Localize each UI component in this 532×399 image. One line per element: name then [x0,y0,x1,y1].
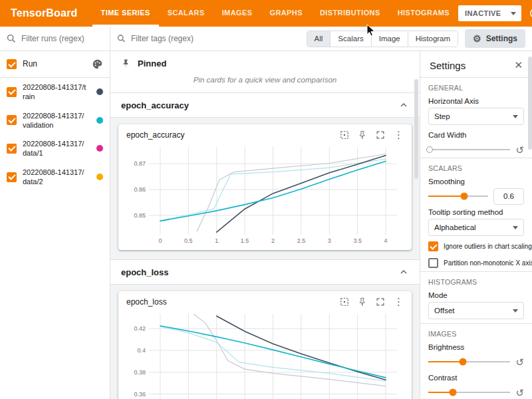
run-row-data-1[interactable]: 20220808-141317/data/1 [0,134,110,163]
tab-histograms[interactable]: HISTOGRAMS [389,0,458,27]
contrast-slider[interactable] [428,392,510,393]
tab-graphs[interactable]: GRAPHS [261,0,311,27]
filter-scalars-button[interactable]: Scalars [331,31,371,47]
pinned-section-header: Pinned [110,51,420,72]
run-master-label: Run [23,59,86,70]
card-header: epoch_accuracy [125,129,405,142]
run-checkbox[interactable] [7,115,17,125]
general-heading: GENERAL [428,78,524,93]
topbar-actions: INACTIVE ↻ ⚙ ? [458,5,532,21]
run-label: 20220808-141317/data/1 [23,139,86,158]
filter-histogram-button[interactable]: Histogram [408,31,458,47]
svg-text:0.36: 0.36 [134,391,146,398]
tab-time-series[interactable]: TIME SERIES [92,0,159,27]
tag-filter-toolbar: All Scalars Image Histogram ⚙ Settings [110,27,532,51]
run-row-train[interactable]: 20220808-141317/train [0,78,110,106]
chevron-up-icon[interactable] [398,100,409,110]
pin-card-button[interactable] [358,130,367,140]
filter-all-button[interactable]: All [307,31,331,47]
run-row-validation[interactable]: 20220808-141317/validation [0,106,110,135]
reset-icon[interactable]: ↺ [515,357,524,367]
tooltip-sorting-value: Alphabetical [434,223,476,231]
card-menu-button[interactable]: ⋮ [394,297,404,307]
partition-x-axis-checkbox[interactable] [428,258,438,268]
run-checkbox[interactable] [7,87,17,97]
card-width-slider[interactable] [428,149,510,150]
ignore-outliers-label: Ignore outliers in chart scaling [444,242,532,251]
section-epoch-loss[interactable]: epoch_loss [110,260,420,285]
run-color-dot [96,117,103,124]
palette-icon[interactable] [92,59,103,70]
pin-card-button[interactable] [358,297,367,307]
card-title: epoch_accuracy [126,130,184,140]
run-master-checkbox[interactable] [7,59,17,69]
epoch-accuracy-chart[interactable]: 00.511.522.533.540.850.860.87 [125,142,405,247]
scalars-heading: SCALARS [428,158,524,174]
pinned-empty-hint: Pin cards for a quick view and compariso… [110,72,420,93]
svg-text:0: 0 [158,237,162,244]
brightness-slider[interactable] [428,361,510,362]
tab-distributions[interactable]: DISTRIBUTIONS [311,0,389,27]
slider-thumb[interactable] [459,358,466,366]
close-icon[interactable]: ✕ [514,59,523,71]
svg-text:0.86: 0.86 [134,186,146,193]
slider-thumb[interactable] [461,193,468,200]
reset-icon[interactable]: ↺ [515,145,524,155]
expand-card-button[interactable] [376,297,385,307]
settings-panel-title: Settings [430,60,466,71]
run-label: 20220808-141317/validation [23,111,86,130]
tooltip-sorting-select[interactable]: Alphabetical [428,219,524,236]
run-checkbox[interactable] [7,144,17,154]
section-epoch-accuracy[interactable]: epoch_accuracy [110,93,420,118]
tab-scalars[interactable]: SCALARS [159,0,213,27]
settings-button[interactable]: ⚙ Settings [465,29,525,48]
gear-icon: ⚙ [473,33,481,44]
main-nav: TIME SERIES SCALARS IMAGES GRAPHS DISTRI… [92,0,458,27]
filter-runs-input[interactable] [21,34,103,43]
filter-tags-input[interactable] [131,34,300,43]
smoothing-value-input[interactable]: 0.6 [493,188,524,205]
smoothing-slider[interactable] [428,196,488,197]
horizontal-axis-value: Step [434,112,450,120]
scrollbar-thumb[interactable] [414,79,418,179]
horizontal-axis-select[interactable]: Step [428,108,524,125]
chevron-up-icon[interactable] [398,267,409,277]
chevron-down-icon [513,115,518,118]
fit-domain-icon[interactable] [340,297,349,307]
fit-domain-icon[interactable] [340,130,349,140]
card-menu-button[interactable]: ⋮ [394,130,404,140]
run-checkbox[interactable] [7,172,17,182]
theme-toggle-button[interactable] [527,6,532,21]
reload-status-dropdown[interactable]: INACTIVE [458,5,521,21]
card-header: epoch_loss [125,296,405,309]
app-body: Run 20220808-141317/train 20220808-14131… [0,27,532,399]
partition-x-axis-row[interactable]: Partition non-monotonic X axis ? [428,255,524,271]
svg-text:0.87: 0.87 [134,160,146,167]
slider-thumb[interactable] [450,389,457,396]
card-strip: epoch_accuracy [110,118,420,260]
cards-scroll-area: Pinned Pin cards for a quick view and co… [110,51,420,399]
scrollbar-thumb[interactable] [528,57,532,150]
section-title: epoch_accuracy [121,100,189,110]
histograms-heading: HISTOGRAMS [428,272,524,287]
reset-icon[interactable]: ↺ [515,388,524,398]
histogram-mode-select[interactable]: Offset [428,302,524,319]
svg-text:1: 1 [215,237,218,244]
slider-thumb[interactable] [426,146,433,153]
svg-text:2.5: 2.5 [297,237,306,244]
pin-icon [121,59,131,68]
expand-card-button[interactable] [376,130,385,140]
run-color-dot [96,88,103,95]
svg-text:0.38: 0.38 [134,369,146,376]
run-row-data-2[interactable]: 20220808-141317/data/2 [0,163,110,192]
settings-panel: Settings ✕ GENERAL Horizontal Axis Step … [420,51,532,399]
tab-images[interactable]: IMAGES [213,0,261,27]
filter-image-button[interactable]: Image [372,31,408,47]
histogram-mode-label: Mode [428,287,524,302]
ignore-outliers-row[interactable]: Ignore outliers in chart scaling [428,238,524,255]
epoch-loss-chart[interactable]: 00.511.522.533.540.360.380.40.42 [125,309,405,399]
ignore-outliers-checkbox[interactable] [428,241,438,251]
svg-text:3.5: 3.5 [353,237,362,244]
run-master-row[interactable]: Run [0,51,110,78]
scalar-card-epoch-accuracy: epoch_accuracy [118,124,412,250]
